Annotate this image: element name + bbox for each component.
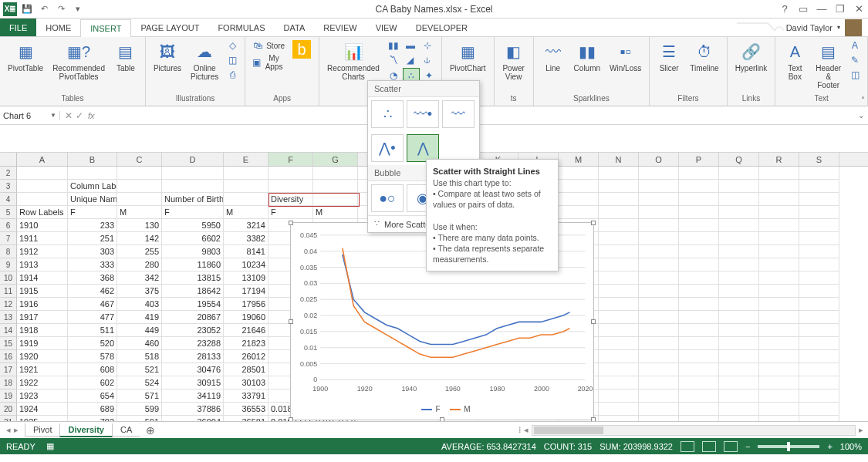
cell[interactable] [799,206,839,219]
row-header[interactable]: 19 [0,389,17,403]
cell[interactable]: 21646 [224,324,269,337]
cell[interactable] [799,389,839,403]
scatter-straight-lines-markers-button[interactable]: ⋀• [371,134,404,162]
col-header-D[interactable]: D [162,153,224,166]
sheet-nav[interactable]: ◂▸ [0,425,25,435]
cell[interactable] [639,219,679,232]
cell[interactable]: 467 [68,298,117,311]
cell[interactable]: 30915 [162,376,224,389]
cell[interactable]: 1910 [17,219,68,232]
object-button[interactable]: ◫ [847,68,863,82]
cell[interactable]: 578 [68,350,117,363]
cell[interactable] [117,167,162,180]
tab-home[interactable]: HOME [36,19,80,36]
cell[interactable] [639,167,679,180]
cell[interactable]: 403 [117,298,162,311]
cell[interactable]: 18642 [162,285,224,298]
name-box[interactable]: Chart 6▼ [0,111,60,120]
cell[interactable]: Diversity [269,193,313,206]
cell[interactable]: 23052 [162,324,224,337]
cell[interactable] [799,403,839,416]
cell[interactable] [599,232,639,245]
cell[interactable] [639,311,679,324]
cell[interactable]: Number of Births [162,193,224,206]
cell[interactable] [759,363,799,376]
cell[interactable] [679,258,719,271]
cell[interactable]: 13109 [224,271,269,285]
cell[interactable] [759,389,799,403]
cell[interactable]: 1925 [17,416,68,421]
redo-button[interactable]: ↷ [54,2,68,16]
area-chart-button[interactable]: ◢ [403,53,418,67]
qat-customize-icon[interactable]: ▾ [71,2,85,16]
cell[interactable]: 1917 [17,311,68,324]
timeline-button[interactable]: ⏱Timeline [687,39,721,74]
col-header-R[interactable]: R [759,153,799,166]
cell[interactable] [559,180,599,193]
cell[interactable] [599,245,639,258]
slicer-button[interactable]: ☰Slicer [654,39,684,74]
cell[interactable]: 3214 [224,219,269,232]
cell[interactable] [679,219,719,232]
row-header[interactable]: 18 [0,376,17,389]
cell[interactable]: F [68,206,117,219]
online-pictures-button[interactable]: ☁Online Pictures [187,39,221,83]
cell[interactable] [679,389,719,403]
cell[interactable] [719,271,759,285]
cell[interactable]: 1922 [17,376,68,389]
cell[interactable]: 130 [117,219,162,232]
cell[interactable] [679,193,719,206]
tab-developer[interactable]: DEVELOPER [407,19,477,36]
cell[interactable]: 602 [68,376,117,389]
cell[interactable] [719,180,759,193]
cell[interactable] [799,232,839,245]
cell[interactable] [224,167,269,180]
cell[interactable] [679,232,719,245]
cell[interactable]: 1913 [17,258,68,271]
cell[interactable] [599,167,639,180]
enter-formula-button[interactable]: ✓ [76,110,83,121]
cell[interactable] [799,285,839,298]
row-header[interactable]: 6 [0,219,17,232]
cell[interactable] [799,258,839,271]
cell[interactable]: 571 [117,389,162,403]
cell[interactable] [679,363,719,376]
cell[interactable]: 233 [68,219,117,232]
cell[interactable] [799,311,839,324]
scatter-smooth-lines-button[interactable]: 〰 [442,100,475,128]
cell[interactable] [719,232,759,245]
wordart-button[interactable]: A [847,39,863,52]
col-header-Q[interactable]: Q [719,153,759,166]
cell[interactable] [759,376,799,389]
cell[interactable]: M [224,206,269,219]
sheet-tab-diversity[interactable]: Diversity [59,423,112,437]
cell[interactable] [639,376,679,389]
cell[interactable]: 20867 [162,311,224,324]
cell[interactable] [313,167,358,180]
cell[interactable] [679,324,719,337]
new-sheet-button[interactable]: ⊕ [140,424,161,437]
sparkline-winloss-button[interactable]: ▪▫Win/Loss [606,39,644,74]
cell[interactable] [117,193,162,206]
cell[interactable] [799,363,839,376]
tab-formulas[interactable]: FORMULAS [208,19,274,36]
row-header[interactable]: 11 [0,285,17,298]
cell[interactable] [679,403,719,416]
myapps-button[interactable]: ▣My Apps [250,53,286,72]
cell[interactable]: 17194 [224,285,269,298]
cell[interactable] [719,167,759,180]
cell[interactable]: 654 [68,389,117,403]
cell[interactable] [599,416,639,421]
cell[interactable] [599,389,639,403]
recommended-pivottables-button[interactable]: ▦?Recommended PivotTables [49,39,108,83]
cell[interactable] [799,416,839,421]
cell[interactable] [679,206,719,219]
cell[interactable] [639,324,679,337]
cell[interactable] [759,298,799,311]
cell[interactable] [759,219,799,232]
cell[interactable] [679,285,719,298]
cell[interactable] [719,363,759,376]
cell[interactable]: Unique Names [68,193,117,206]
cell[interactable] [719,206,759,219]
cell[interactable]: 11860 [162,258,224,271]
